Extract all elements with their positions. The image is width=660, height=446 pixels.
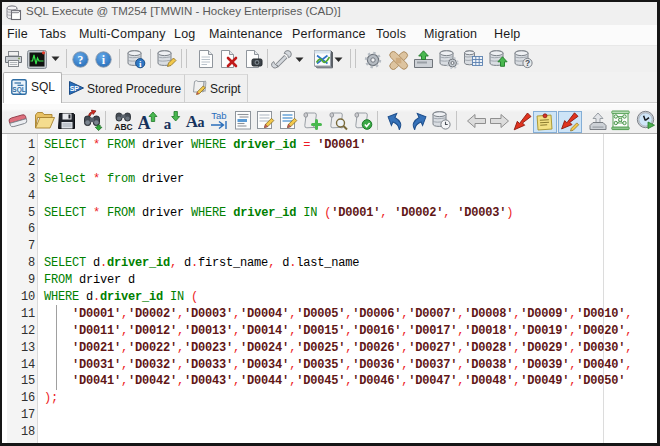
svg-text:a: a (164, 116, 172, 131)
svg-text:Tab: Tab (211, 110, 226, 121)
svg-text:a: a (198, 115, 205, 130)
svg-text:SQL: SQL (12, 86, 25, 94)
svg-text:?: ? (525, 58, 530, 68)
svg-text:SP: SP (70, 85, 80, 92)
svg-text:A: A (138, 113, 151, 131)
svg-text:ABC: ABC (114, 122, 132, 131)
svg-text:?: ? (78, 54, 84, 67)
